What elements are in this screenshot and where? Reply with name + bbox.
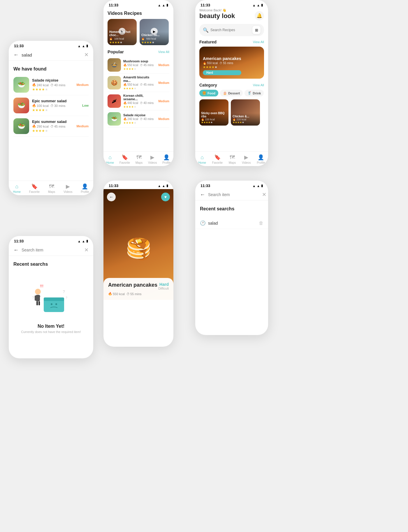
status-bar-3: 11:33 ▲ ▲ ▮ (195, 0, 268, 8)
battery-icon-5: ▮ (86, 239, 88, 243)
back-button[interactable]: ← (13, 52, 19, 58)
pop-info-1: Mushroom soup 🔥 550 kcal ⏱ 45 mins ★★★★★ (123, 59, 156, 71)
view-all-category[interactable]: View All (253, 83, 264, 87)
nav-prof-label-3: Profile (257, 161, 265, 164)
recent-item-1[interactable]: 🕐 salad 🗑 (195, 217, 268, 229)
popular-item-2[interactable]: 🍪 Amaretti biscuits ma... 🔥 550 kcal ⏱ 4… (108, 74, 169, 92)
pop-time-4: ⏱ 40 mins (140, 117, 154, 121)
phone-featured-home: 11:33 ▲ ▲ ▮ Welcome Back! 👋 beauty look … (195, 0, 268, 166)
detail-heart-button[interactable]: ♥ (161, 193, 170, 201)
nav-map-label-2: Maps (136, 161, 143, 164)
search-box-3[interactable]: 🔍 ⊞ (199, 24, 264, 36)
clear-button-6[interactable]: ✕ (262, 191, 266, 198)
pop-time-1: ⏱ 45 mins (140, 64, 154, 67)
back-button-5[interactable]: ← (13, 247, 19, 253)
cat-overlay-2: Chicken &... 🔥 220 kcal ★★★★★ (231, 113, 260, 126)
nav-maps-1[interactable]: 🗺 Maps (48, 184, 55, 193)
nav-prof-3[interactable]: 👤 Profile (257, 154, 265, 164)
pop-diff-1: Medium (158, 64, 169, 67)
nav-fav-3[interactable]: 🔖 Favorite (212, 154, 223, 164)
cat-card-2[interactable]: Chicken &... 🔥 220 kcal ★★★★★ (231, 99, 260, 126)
recipe-result-2[interactable]: 🥗 Epic summer salad 🔥 100 kcal ⏱ 30 mins… (13, 95, 89, 116)
nav-fav-label-3: Favorite (212, 161, 223, 164)
recipe-info-1: Salade niçoise 🔥 240 kcal ⏱ 40 mins ★★★★… (32, 78, 73, 91)
detail-difficulty: Hard (158, 282, 169, 287)
view-all-featured[interactable]: View All (253, 40, 264, 44)
pop-diff-3: Medium (158, 100, 169, 103)
popular-item-4[interactable]: 🥗 Salade niçoise 🔥 240 kcal ⏱ 40 mins ★★… (108, 110, 169, 128)
svg-text:?: ? (66, 296, 67, 300)
clear-button-5[interactable]: ✕ (84, 247, 89, 253)
pop-diff-2: Medium (158, 81, 169, 84)
filter-button-3[interactable]: ⊞ (252, 26, 261, 34)
video-cards: ▶ Homemade hot choc... 🔥 100 kcal ★★★★★ … (108, 19, 169, 45)
difficulty-1: Medium (76, 83, 89, 87)
video-card-2[interactable]: ▶ Chicken no... 🔥 550 kcal ★★★★★ (140, 19, 169, 45)
view-all-popular[interactable]: View All (158, 50, 169, 54)
popular-item-1[interactable]: 🍲 Mushroom soup 🔥 550 kcal ⏱ 45 mins ★★★… (108, 57, 169, 74)
nav-home-3[interactable]: ⌂ Home (198, 154, 206, 164)
pop-name-4: Salade niçoise (123, 113, 156, 117)
nav-favorite-1[interactable]: 🔖 Favorite (29, 183, 40, 193)
pop-meta-2: 🔥 550 kcal ⏱ 45 mins (123, 83, 156, 86)
clear-button[interactable]: ✕ (84, 52, 89, 58)
kcal-3: 🔥 290 kcal (32, 124, 49, 128)
cat-tab-drink[interactable]: 🥤 Drink (245, 90, 264, 96)
recipe-result-3[interactable]: 🥗 Epic summer salad 🔥 290 kcal ⏱ 45 mins… (13, 116, 89, 137)
search-input-3[interactable] (210, 28, 251, 32)
bookmark-icon-1: 🔖 (31, 183, 38, 190)
nav-fav-2[interactable]: 🔖 Favorite (119, 154, 130, 164)
featured-meta: 🔥 550 kcal ⏱ 55 mins (203, 61, 241, 65)
empty-state: !!! ? ? ? No Item Yet! Currently does no… (9, 273, 93, 339)
home-icon-1: ⌂ (15, 184, 18, 190)
search-input-5[interactable] (22, 248, 81, 252)
nav-map-2[interactable]: 🗺 Maps (136, 154, 143, 164)
pop-name-2: Amaretti biscuits ma... (123, 75, 156, 82)
popular-item-3[interactable]: 🌶 Korean chilli, sesame... 🔥 440 kcal ⏱ … (108, 92, 169, 110)
detail-back-button[interactable]: ← (107, 193, 116, 201)
cat-stars-2: ★★★★★ (233, 121, 258, 124)
nav-vid-3[interactable]: ▶ Videos (242, 154, 251, 164)
bell-button[interactable]: 🔔 (255, 11, 264, 20)
recipe-meta-3: 🔥 290 kcal ⏱ 45 mins (32, 124, 73, 128)
nav-map-3[interactable]: 🗺 Maps (229, 154, 236, 164)
battery-icon: ▮ (86, 44, 88, 48)
cat-stars-1: ★★★★★ (201, 121, 227, 124)
detail-kcal: 🔥 550 kcal (108, 292, 125, 296)
category-title: Category (199, 83, 217, 87)
nav-videos-1[interactable]: ▶ Videos (64, 183, 72, 193)
nav-profile-1[interactable]: 👤 Profile (81, 183, 89, 193)
nav-home-1[interactable]: ⌂ Home (13, 184, 21, 193)
battery-icon-3: ▮ (261, 3, 263, 7)
recipe-result-1[interactable]: 🥗 Salade niçoise 🔥 240 kcal ⏱ 40 mins ★★… (13, 75, 89, 95)
pop-meta-1: 🔥 550 kcal ⏱ 45 mins (123, 64, 156, 67)
battery-icon-6: ▮ (261, 184, 263, 188)
featured-header: Featured View All (199, 40, 264, 44)
search-content: We have found 🥗 Salade niçoise 🔥 240 kca… (9, 61, 93, 140)
status-bar-2: 11:33 ▲ ▲ ▮ (103, 0, 173, 8)
video-card-1[interactable]: ▶ Homemade hot choc... 🔥 100 kcal ★★★★★ (108, 19, 137, 45)
clock-icon-1: 🕐 (200, 220, 206, 226)
cat-card-1[interactable]: Sticky oven BBQ ribs 🔥 220 kcal ★★★★★ (199, 99, 228, 126)
delete-button-1[interactable]: 🗑 (259, 221, 263, 226)
status-icons-3: ▲ ▲ ▮ (252, 3, 263, 7)
food-label: Food (207, 91, 215, 95)
nav-home-2[interactable]: ⌂ Home (106, 154, 114, 164)
difficulty-area: Hard Difficult (158, 282, 169, 290)
home-icon-2: ⌂ (108, 154, 112, 161)
nav-prof-2[interactable]: 👤 Profile (162, 154, 170, 164)
nav-fav-label-1: Favorite (29, 190, 40, 193)
feat-time: ⏱ 55 mins (219, 61, 233, 65)
signal-icon-6: ▲ (252, 184, 256, 188)
nav-vid-2[interactable]: ▶ Videos (148, 154, 157, 164)
search-input-6[interactable] (208, 192, 259, 197)
back-button-6[interactable]: ← (200, 192, 205, 198)
pop-time-2: ⏱ 45 mins (140, 83, 154, 86)
featured-card[interactable]: American pancakes 🔥 550 kcal ⏱ 55 mins ★… (199, 47, 264, 79)
cat-tab-dessert[interactable]: 🎂 Dessert (220, 90, 243, 96)
search-input-value[interactable]: salad (22, 52, 81, 57)
map-icon-1: 🗺 (49, 184, 54, 190)
time-2: ⏱ 30 mins (50, 104, 66, 108)
cat-tab-food[interactable]: 🍔 Food (199, 90, 218, 96)
recipe-thumb-2: 🥗 (13, 98, 29, 113)
